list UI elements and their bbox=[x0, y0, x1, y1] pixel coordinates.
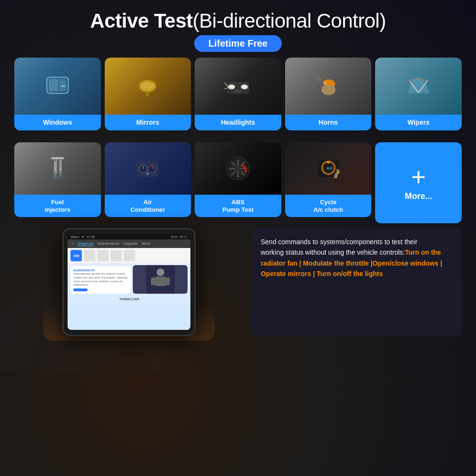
car-icon[interactable] bbox=[84, 250, 95, 261]
tablet-nav: ≡ Diagnose Maintenance Upgrade More bbox=[68, 239, 190, 248]
svg-rect-71 bbox=[165, 278, 170, 285]
feature-tile-mirrors: Mirrors bbox=[105, 58, 191, 139]
cycle-ac-label: CycleA/c clutch bbox=[285, 195, 372, 217]
feature-tile-fuel: Fuelinjectors bbox=[14, 142, 101, 223]
top-features-row: Windows Mirror bbox=[14, 58, 462, 139]
svg-point-45 bbox=[149, 166, 155, 172]
svg-rect-70 bbox=[151, 278, 156, 285]
more-label: More... bbox=[405, 191, 432, 201]
windows-label: Windows bbox=[14, 115, 101, 130]
info-normal-2: working status without using the vehicle… bbox=[261, 247, 452, 279]
svg-text:A/C: A/C bbox=[327, 166, 333, 170]
svg-point-24 bbox=[323, 81, 327, 85]
svg-line-38 bbox=[60, 174, 63, 178]
autosearch-desc: Automatically identify the vehicle's bra… bbox=[73, 272, 128, 287]
svg-point-16 bbox=[242, 86, 247, 89]
brand-label: THINKCAR bbox=[68, 296, 190, 303]
feature-tile-windows: Windows bbox=[14, 58, 101, 139]
feature-tile-ac: AirConditioner bbox=[105, 142, 191, 223]
info-box: Send commands to systems/components to t… bbox=[251, 228, 462, 336]
feature-tile-abs: ABSPump Test bbox=[195, 142, 281, 223]
svg-line-37 bbox=[58, 174, 60, 178]
tablet-device: 4Bars ▼ 11:46 21% 05:17 ≡ Diagnose Main bbox=[62, 228, 196, 336]
feature-tile-cycle: A/C CycleA/c clutch bbox=[285, 142, 372, 223]
bottom-features-row: Fuelinjectors bbox=[14, 142, 462, 223]
fuel-injectors-label: Fuelinjectors bbox=[14, 195, 101, 217]
info-text-1: Send commands to systems/components to t… bbox=[261, 238, 417, 246]
svg-point-65 bbox=[327, 161, 330, 164]
more-plus-icon: + bbox=[411, 165, 426, 189]
bottom-section: 4Bars ▼ 11:46 21% 05:17 ≡ Diagnose Main bbox=[14, 228, 462, 336]
svg-rect-11 bbox=[146, 91, 149, 96]
title-normal: (Bi-directional Control) bbox=[193, 10, 386, 32]
svg-rect-4 bbox=[59, 79, 67, 91]
title-bold: Active Test bbox=[90, 10, 192, 32]
air-conditioner-label: AirConditioner bbox=[105, 195, 191, 217]
autosearch-title: AutoSearch bbox=[73, 268, 128, 272]
info-text-2: working status without using the vehicle… bbox=[261, 248, 405, 256]
svg-point-36 bbox=[58, 171, 62, 174]
tablet-mockup: 4Bars ▼ 11:46 21% 05:17 ≡ Diagnose Main bbox=[14, 228, 244, 336]
horns-label: Horns bbox=[285, 115, 372, 130]
tablet-nav-more[interactable]: More bbox=[141, 241, 150, 246]
tablet-nav-maintenance[interactable]: Maintenance bbox=[98, 241, 119, 246]
svg-rect-6 bbox=[61, 86, 65, 87]
svg-rect-3 bbox=[49, 79, 58, 91]
feature-tile-wipers: Wipers bbox=[375, 58, 462, 139]
feature-tile-headlights: Headlights bbox=[195, 58, 281, 139]
svg-rect-47 bbox=[146, 166, 150, 169]
lifetime-badge: Lifetime Free bbox=[194, 35, 282, 52]
svg-point-49 bbox=[147, 173, 149, 175]
svg-point-14 bbox=[229, 86, 234, 89]
title-section: Active Test(Bi-directional Control) Life… bbox=[14, 10, 462, 52]
svg-rect-39 bbox=[51, 157, 64, 159]
svg-point-68 bbox=[157, 268, 164, 276]
truck-icon[interactable] bbox=[124, 250, 135, 261]
qr-icon[interactable] bbox=[110, 250, 122, 261]
abs-pump-label: ABSPump Test bbox=[195, 195, 281, 217]
svg-rect-35 bbox=[59, 159, 62, 172]
svg-point-31 bbox=[53, 171, 58, 174]
info-normal-1: Send commands to systems/components to t… bbox=[261, 237, 452, 247]
svg-point-8 bbox=[140, 81, 155, 91]
main-title: Active Test(Bi-directional Control) bbox=[14, 10, 462, 32]
svg-point-52 bbox=[234, 165, 241, 172]
svg-line-32 bbox=[53, 174, 56, 178]
tablet-nav-diagnose[interactable]: Diagnose bbox=[78, 241, 94, 246]
headlights-label: Headlights bbox=[195, 115, 281, 130]
more-tile: + More... bbox=[375, 142, 462, 223]
tablet-nav-upgrade[interactable]: Upgrade bbox=[123, 241, 138, 246]
vin-icon[interactable]: VIN bbox=[70, 250, 82, 261]
svg-line-34 bbox=[55, 174, 58, 178]
svg-rect-69 bbox=[155, 277, 166, 286]
svg-rect-48 bbox=[146, 169, 150, 172]
mirrors-label: Mirrors bbox=[105, 115, 191, 130]
tablet-screen: ≡ Diagnose Maintenance Upgrade More VIN bbox=[68, 239, 190, 330]
wipers-label: Wipers bbox=[375, 115, 462, 130]
list-icon[interactable] bbox=[97, 250, 109, 261]
feature-tile-horns: Horns bbox=[285, 58, 372, 139]
